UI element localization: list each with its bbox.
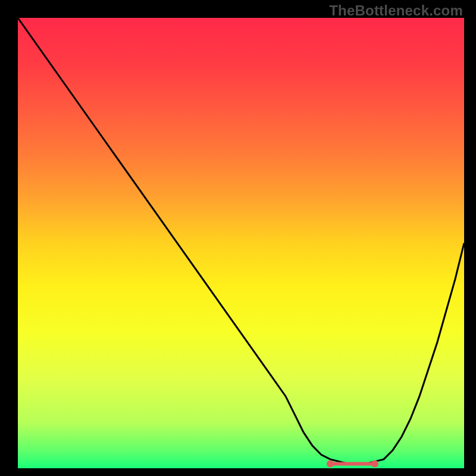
watermark-text: TheBottleneck.com	[329, 2, 463, 19]
optimal-range-dot-right	[371, 460, 378, 467]
plot-background	[18, 18, 464, 468]
chart-frame: TheBottleneck.com	[0, 0, 476, 476]
optimal-range-dot-left	[327, 460, 334, 467]
bottleneck-chart	[0, 0, 476, 476]
